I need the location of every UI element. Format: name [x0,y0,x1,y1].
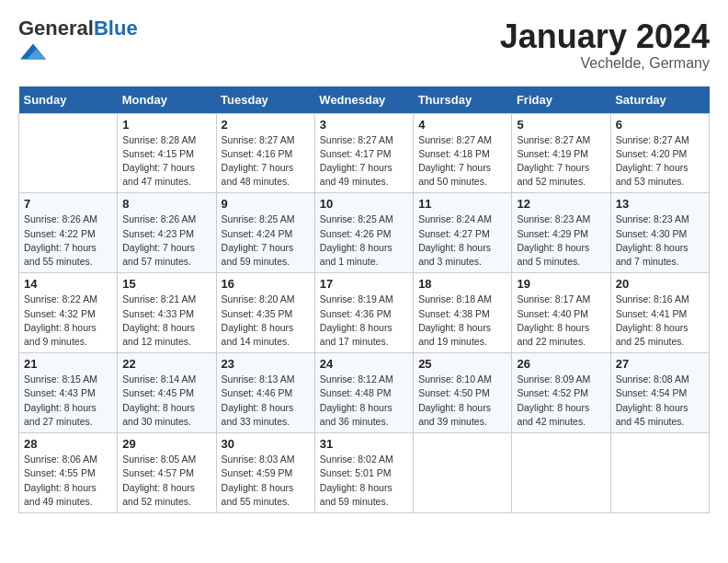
day-cell: 18Sunrise: 8:18 AMSunset: 4:38 PMDayligh… [414,273,512,353]
day-cell: 8Sunrise: 8:26 AMSunset: 4:23 PMDaylight… [118,193,216,273]
day-cell: 16Sunrise: 8:20 AMSunset: 4:35 PMDayligh… [216,273,314,353]
day-cell: 11Sunrise: 8:24 AMSunset: 4:27 PMDayligh… [414,193,512,273]
day-number: 27 [616,357,704,371]
day-number: 9 [222,197,310,211]
day-number: 4 [418,118,506,132]
day-info: Sunrise: 8:19 AMSunset: 4:36 PMDaylight:… [320,293,408,349]
day-info: Sunrise: 8:23 AMSunset: 4:29 PMDaylight:… [517,213,605,269]
day-number: 17 [320,277,408,291]
day-number: 23 [222,357,310,371]
day-info: Sunrise: 8:18 AMSunset: 4:38 PMDaylight:… [418,293,506,349]
calendar-table: SundayMondayTuesdayWednesdayThursdayFrid… [18,86,710,513]
day-info: Sunrise: 8:27 AMSunset: 4:18 PMDaylight:… [418,133,506,190]
day-cell [610,433,709,513]
day-number: 19 [517,277,605,291]
day-header-wednesday: Wednesday [314,86,413,114]
day-number: 24 [320,357,408,371]
day-info: Sunrise: 8:26 AMSunset: 4:23 PMDaylight:… [122,213,210,269]
day-header-friday: Friday [512,86,610,114]
calendar-subtitle: Vechelde, Germany [500,55,710,72]
day-info: Sunrise: 8:02 AMSunset: 5:01 PMDaylight:… [320,453,408,509]
day-info: Sunrise: 8:25 AMSunset: 4:24 PMDaylight:… [222,213,310,269]
week-row-4: 21Sunrise: 8:15 AMSunset: 4:43 PMDayligh… [19,353,710,433]
day-number: 30 [222,437,310,451]
day-number: 5 [517,118,605,132]
title-block: January 2024 Vechelde, Germany [500,18,710,72]
day-cell: 4Sunrise: 8:27 AMSunset: 4:18 PMDaylight… [414,113,512,193]
day-cell: 25Sunrise: 8:10 AMSunset: 4:50 PMDayligh… [414,353,512,433]
logo-general-text: General [18,17,94,40]
day-cell: 17Sunrise: 8:19 AMSunset: 4:36 PMDayligh… [314,273,413,353]
day-info: Sunrise: 8:27 AMSunset: 4:19 PMDaylight:… [517,133,605,190]
day-cell: 10Sunrise: 8:25 AMSunset: 4:26 PMDayligh… [314,193,413,273]
day-header-sunday: Sunday [19,86,118,114]
day-cell: 23Sunrise: 8:13 AMSunset: 4:46 PMDayligh… [216,353,314,433]
day-number: 29 [122,437,210,451]
day-info: Sunrise: 8:17 AMSunset: 4:40 PMDaylight:… [517,293,605,349]
day-cell: 6Sunrise: 8:27 AMSunset: 4:20 PMDaylight… [610,113,709,193]
day-info: Sunrise: 8:24 AMSunset: 4:27 PMDaylight:… [418,213,506,269]
day-number: 28 [24,437,112,451]
day-info: Sunrise: 8:23 AMSunset: 4:30 PMDaylight:… [616,213,704,269]
day-cell: 2Sunrise: 8:27 AMSunset: 4:16 PMDaylight… [216,113,314,193]
day-cell: 30Sunrise: 8:03 AMSunset: 4:59 PMDayligh… [216,433,314,513]
day-header-tuesday: Tuesday [216,86,314,114]
day-number: 25 [418,357,506,371]
day-cell: 7Sunrise: 8:26 AMSunset: 4:22 PMDaylight… [19,193,118,273]
day-cell: 19Sunrise: 8:17 AMSunset: 4:40 PMDayligh… [512,273,610,353]
day-info: Sunrise: 8:08 AMSunset: 4:54 PMDaylight:… [616,373,704,429]
day-cell: 26Sunrise: 8:09 AMSunset: 4:52 PMDayligh… [512,353,610,433]
day-number: 13 [616,197,704,211]
day-cell: 12Sunrise: 8:23 AMSunset: 4:29 PMDayligh… [512,193,610,273]
day-number: 2 [222,118,310,132]
day-info: Sunrise: 8:28 AMSunset: 4:15 PMDaylight:… [122,133,210,190]
day-cell: 13Sunrise: 8:23 AMSunset: 4:30 PMDayligh… [610,193,709,273]
logo-blue-text: Blue [94,17,138,40]
day-info: Sunrise: 8:03 AMSunset: 4:59 PMDaylight:… [222,453,310,509]
day-cell [414,433,512,513]
day-number: 21 [24,357,112,371]
day-info: Sunrise: 8:25 AMSunset: 4:26 PMDaylight:… [320,213,408,269]
day-info: Sunrise: 8:13 AMSunset: 4:46 PMDaylight:… [222,373,310,429]
day-number: 11 [418,197,506,211]
day-info: Sunrise: 8:27 AMSunset: 4:16 PMDaylight:… [222,133,310,190]
day-info: Sunrise: 8:15 AMSunset: 4:43 PMDaylight:… [24,373,112,429]
week-row-3: 14Sunrise: 8:22 AMSunset: 4:32 PMDayligh… [19,273,710,353]
day-info: Sunrise: 8:16 AMSunset: 4:41 PMDaylight:… [616,293,704,349]
day-cell: 29Sunrise: 8:05 AMSunset: 4:57 PMDayligh… [118,433,216,513]
day-number: 1 [122,118,210,132]
day-info: Sunrise: 8:20 AMSunset: 4:35 PMDaylight:… [222,293,310,349]
day-number: 8 [122,197,210,211]
day-cell [512,433,610,513]
day-number: 14 [24,277,112,291]
page-header: GeneralBlue January 2024 Vechelde, Germa… [18,18,710,72]
day-cell: 3Sunrise: 8:27 AMSunset: 4:17 PMDaylight… [314,113,413,193]
day-number: 18 [418,277,506,291]
day-header-saturday: Saturday [610,86,709,114]
day-cell: 21Sunrise: 8:15 AMSunset: 4:43 PMDayligh… [19,353,118,433]
day-info: Sunrise: 8:05 AMSunset: 4:57 PMDaylight:… [122,453,210,509]
day-info: Sunrise: 8:09 AMSunset: 4:52 PMDaylight:… [517,373,605,429]
week-row-2: 7Sunrise: 8:26 AMSunset: 4:22 PMDaylight… [19,193,710,273]
day-cell: 5Sunrise: 8:27 AMSunset: 4:19 PMDaylight… [512,113,610,193]
day-cell: 24Sunrise: 8:12 AMSunset: 4:48 PMDayligh… [314,353,413,433]
week-row-1: 1Sunrise: 8:28 AMSunset: 4:15 PMDaylight… [19,113,710,193]
logo: GeneralBlue [18,18,138,70]
day-info: Sunrise: 8:26 AMSunset: 4:22 PMDaylight:… [24,213,112,269]
day-cell: 28Sunrise: 8:06 AMSunset: 4:55 PMDayligh… [19,433,118,513]
day-cell: 20Sunrise: 8:16 AMSunset: 4:41 PMDayligh… [610,273,709,353]
day-number: 10 [320,197,408,211]
day-info: Sunrise: 8:21 AMSunset: 4:33 PMDaylight:… [122,293,210,349]
day-number: 31 [320,437,408,451]
day-header-monday: Monday [118,86,216,114]
day-number: 7 [24,197,112,211]
day-number: 22 [122,357,210,371]
calendar-title: January 2024 [500,18,710,55]
day-number: 6 [616,118,704,132]
day-cell: 22Sunrise: 8:14 AMSunset: 4:45 PMDayligh… [118,353,216,433]
day-number: 15 [122,277,210,291]
day-cell: 9Sunrise: 8:25 AMSunset: 4:24 PMDaylight… [216,193,314,273]
day-info: Sunrise: 8:27 AMSunset: 4:17 PMDaylight:… [320,133,408,190]
day-cell [19,113,118,193]
day-number: 26 [517,357,605,371]
